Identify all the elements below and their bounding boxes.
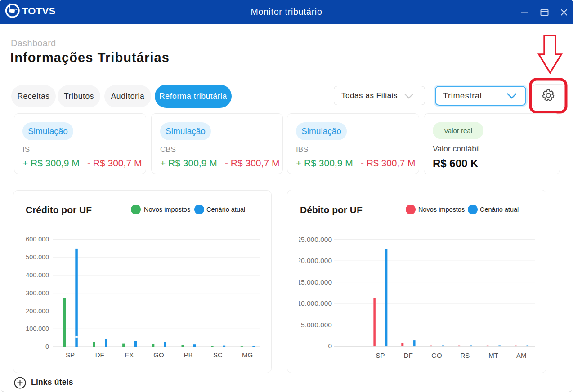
svg-text:200.000: 200.000 bbox=[26, 307, 49, 315]
svg-text:Novos impostos: Novos impostos bbox=[418, 206, 465, 213]
svg-text:DF: DF bbox=[404, 352, 413, 359]
svg-text:300.000: 300.000 bbox=[26, 290, 49, 297]
svg-text:EX: EX bbox=[125, 351, 134, 359]
svg-text:500.000: 500.000 bbox=[26, 254, 49, 261]
svg-text:100.000: 100.000 bbox=[26, 325, 49, 332]
svg-text:400.000: 400.000 bbox=[26, 272, 49, 279]
svg-text:DF: DF bbox=[95, 351, 104, 359]
svg-text:AM: AM bbox=[516, 352, 527, 359]
svg-text:Crédito por UF: Crédito por UF bbox=[26, 205, 92, 215]
svg-text:25.000.000: 25.000.000 bbox=[297, 236, 332, 243]
svg-text:Novos impostos: Novos impostos bbox=[144, 206, 190, 213]
svg-text:SP: SP bbox=[66, 351, 75, 359]
svg-text:Cenário atual: Cenário atual bbox=[480, 206, 519, 213]
svg-text:MT: MT bbox=[488, 352, 498, 359]
svg-text:PB: PB bbox=[184, 351, 193, 359]
svg-text:MG: MG bbox=[242, 351, 253, 359]
svg-text:0: 0 bbox=[45, 343, 49, 350]
svg-text:600.000: 600.000 bbox=[26, 236, 49, 243]
svg-text:20.000.000: 20.000.000 bbox=[297, 257, 332, 264]
svg-text:15.000.000: 15.000.000 bbox=[297, 278, 332, 286]
svg-text:Cenário atual: Cenário atual bbox=[206, 206, 245, 213]
svg-text:SP: SP bbox=[376, 352, 385, 359]
svg-text:GO: GO bbox=[431, 352, 442, 359]
svg-text:5.000.000: 5.000.000 bbox=[301, 321, 332, 329]
svg-text:RS: RS bbox=[460, 352, 470, 359]
svg-text:GO: GO bbox=[153, 351, 164, 359]
svg-text:10.000.000: 10.000.000 bbox=[297, 299, 332, 307]
svg-text:SC: SC bbox=[213, 351, 223, 359]
svg-text:0: 0 bbox=[328, 342, 332, 350]
svg-text:Débito por UF: Débito por UF bbox=[300, 205, 363, 215]
